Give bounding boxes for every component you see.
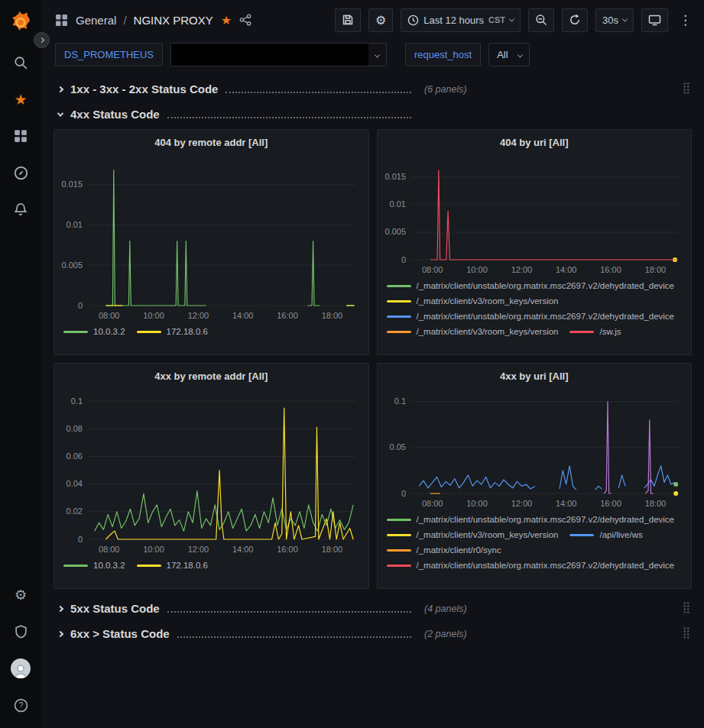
chevron-down-icon [509, 16, 514, 21]
zoom-out-button[interactable] [528, 8, 554, 32]
breadcrumb-folder[interactable]: General [76, 14, 116, 27]
dashboard-settings-button[interactable]: ⚙ [368, 8, 393, 32]
row-drag-handle[interactable] [683, 601, 690, 616]
sidebar-expand-button[interactable] [34, 32, 50, 48]
zoom-out-icon [535, 14, 547, 26]
save-dashboard-button[interactable] [335, 8, 361, 32]
row-4xx[interactable]: 4xx Status Code [54, 104, 692, 125]
legend-series-color [63, 331, 88, 333]
row-drag-handle[interactable] [683, 626, 690, 642]
panel-404-by-uri: 404 by uri [All] 00.0050.010.01508:0010:… [377, 129, 693, 355]
legend-series-label: /api/live/ws [599, 527, 642, 542]
time-series-chart[interactable]: 00.050.108:0010:0012:0014:0016:0018:00 [381, 388, 686, 510]
refresh-interval-dropdown[interactable]: 30s [595, 8, 634, 32]
time-range-picker[interactable]: Last 12 hours CST [401, 8, 521, 32]
tv-mode-button[interactable] [641, 8, 668, 32]
request-host-variable-value: All [489, 49, 511, 60]
refresh-icon [569, 14, 581, 26]
legend-item[interactable]: /_matrix/client/v3/room_keys/version [387, 324, 559, 338]
dotted-leader [167, 117, 411, 118]
request-host-variable-dropdown[interactable]: All [488, 43, 529, 66]
datasource-variable-value [171, 44, 368, 66]
panel-title[interactable]: 404 by uri [All] [378, 130, 692, 154]
sidebar-item-alerting[interactable] [2, 191, 39, 228]
legend-item[interactable]: 172.18.0.6 [137, 324, 208, 339]
sidebar-item-server-admin[interactable] [2, 613, 39, 650]
panel-title[interactable]: 4xx by uri [All] [378, 364, 692, 388]
sidebar-item-configuration[interactable]: ⚙ [2, 577, 39, 613]
svg-text:18:00: 18:00 [322, 311, 343, 320]
panel-title[interactable]: 4xx by remote addr [All] [54, 364, 368, 388]
legend-item[interactable]: 172.18.0.6 [137, 558, 208, 573]
favorite-star-icon[interactable]: ★ [221, 13, 232, 28]
legend-item[interactable]: /api/live/ws [569, 527, 642, 542]
time-series-chart[interactable]: 00.020.040.060.080.108:0010:0012:0014:00… [57, 388, 363, 556]
legend-item[interactable]: /_matrix/client/unstable/org.matrix.msc2… [387, 278, 675, 293]
sidebar-item-starred[interactable]: ★ [2, 81, 39, 118]
legend-item[interactable]: /_matrix/client/unstable/org.matrix.msc2… [387, 558, 675, 571]
chevron-down-icon [622, 16, 628, 21]
svg-text:0.01: 0.01 [389, 199, 405, 209]
legend-series-color [387, 331, 411, 333]
svg-text:0.06: 0.06 [67, 451, 83, 461]
row-panel-count: (2 panels) [424, 629, 467, 639]
legend-item[interactable]: /_matrix/client/unstable/org.matrix.msc2… [387, 512, 675, 527]
row-1xx-3xx-2xx[interactable]: 1xx - 3xx - 2xx Status Code (6 panels) [54, 79, 692, 99]
legend-item[interactable]: /sw.js [569, 324, 621, 338]
chevron-down-icon [517, 53, 523, 58]
search-icon [14, 56, 28, 70]
svg-text:0.005: 0.005 [384, 227, 406, 236]
time-series-chart[interactable]: 00.0050.010.01508:0010:0012:0014:0016:00… [57, 154, 363, 322]
row-6xx[interactable]: 6xx > Status Code (2 panels) [54, 623, 692, 644]
legend-series-label: 172.18.0.6 [167, 558, 208, 573]
kebab-menu-icon: ⋮ [679, 12, 692, 28]
sidebar-item-dashboards[interactable] [2, 118, 39, 154]
legend-item[interactable]: 10.0.3.2 [63, 324, 125, 339]
legend-series-label: /sw.js [599, 324, 621, 338]
svg-text:16:00: 16:00 [277, 545, 298, 554]
svg-text:12:00: 12:00 [188, 545, 209, 554]
datasource-variable-label: DS_PROMETHEUS [55, 43, 163, 66]
request-host-variable-label: request_host [405, 43, 481, 66]
row-5xx[interactable]: 5xx Status Code (4 panels) [54, 598, 692, 619]
more-options-button[interactable]: ⋮ [676, 8, 695, 32]
row-drag-handle[interactable] [683, 82, 690, 97]
clock-icon [407, 15, 419, 26]
legend-item[interactable]: /_matrix/client/v3/room_keys/version [387, 527, 559, 542]
grafana-logo[interactable] [8, 9, 34, 35]
gear-icon: ⚙ [15, 588, 27, 602]
svg-text:0.08: 0.08 [67, 424, 83, 433]
user-avatar[interactable] [2, 650, 39, 687]
legend-item[interactable]: /_matrix/client/r0/sync [387, 542, 501, 558]
panel-4xx-by-uri: 4xx by uri [All] 00.050.108:0010:0012:00… [377, 363, 693, 589]
panel-legend: /_matrix/client/unstable/org.matrix.msc2… [378, 510, 692, 571]
panel-grid: 404 by remote addr [All] 00.0050.010.015… [54, 129, 692, 589]
chevron-right-icon [57, 630, 63, 636]
panel-404-by-remote-addr: 404 by remote addr [All] 00.0050.010.015… [54, 129, 369, 355]
refresh-button[interactable] [562, 8, 588, 32]
svg-text:08:00: 08:00 [421, 499, 443, 508]
legend-item[interactable]: /_matrix/client/v3/room_keys/version [387, 293, 559, 309]
legend-series-label: /_matrix/client/v3/room_keys/version [417, 324, 559, 338]
chevron-right-icon [39, 37, 44, 43]
datasource-variable-dropdown[interactable] [170, 43, 387, 66]
time-series-chart[interactable]: 00.0050.010.01508:0010:0012:0014:0016:00… [381, 154, 686, 277]
dotted-leader [167, 611, 411, 613]
panel-title[interactable]: 404 by remote addr [All] [54, 130, 368, 154]
legend-item[interactable]: /_matrix/client/unstable/org.matrix.msc2… [387, 309, 675, 324]
svg-text:0.015: 0.015 [384, 172, 406, 181]
grafana-app: ★ ⚙ [0, 0, 704, 728]
row-title: 5xx Status Code [70, 602, 160, 615]
legend-series-color [387, 519, 411, 521]
sidebar-item-search[interactable] [2, 44, 39, 81]
svg-text:10:00: 10:00 [466, 499, 488, 508]
sidebar-item-help[interactable]: ? [2, 687, 39, 723]
row-panel-count: (4 panels) [424, 603, 467, 614]
legend-item[interactable]: 10.0.3.2 [63, 558, 125, 573]
svg-text:08:00: 08:00 [99, 311, 120, 320]
main-area: General / NGINX PROXY ★ ⚙ [41, 0, 704, 728]
share-icon[interactable] [239, 14, 251, 26]
svg-text:10:00: 10:00 [143, 311, 164, 320]
sidebar-item-explore[interactable] [2, 154, 39, 191]
refresh-interval-label: 30s [602, 15, 618, 26]
